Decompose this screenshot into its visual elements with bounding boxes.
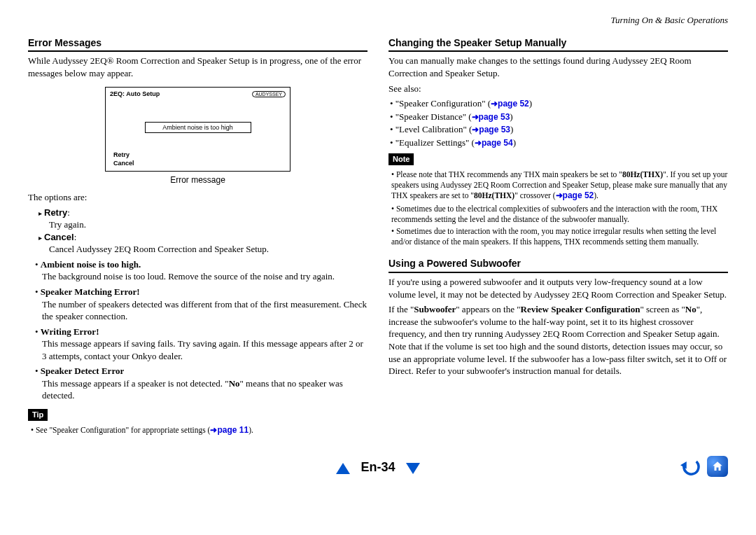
error-writing: • Writing Error! This message appears if…	[35, 326, 368, 363]
note-item-1: Please note that THX recommends any THX …	[391, 169, 728, 201]
heading-error-messages: Error Messages	[28, 36, 368, 53]
link-page-53b[interactable]: page 53	[472, 125, 510, 134]
audyssey-badge: AUDYSSEY	[252, 91, 286, 97]
error-speaker-matching-desc: The number of speakers detected was diff…	[42, 298, 368, 323]
option-cancel-desc: Cancel Audyssey 2EQ Room Correction and …	[49, 243, 368, 256]
heading-changing-speaker: Changing the Speaker Setup Manually	[388, 36, 728, 53]
error-writing-desc: This message appears if saving fails. Tr…	[42, 338, 368, 362]
option-retry: Retry: Try again.	[38, 207, 368, 231]
error-intro: While Audyssey 2EQ® Room Correction and …	[28, 55, 368, 79]
home-icon[interactable]	[707, 456, 728, 477]
error-speaker-matching: • Speaker Matching Error! The number of …	[35, 286, 368, 323]
link-page-52a[interactable]: page 52	[491, 99, 529, 109]
note-item-3: Sometimes due to interaction with the ro…	[391, 226, 728, 247]
error-speaker-detect: • Speaker Detect Error This message appe…	[35, 365, 368, 402]
link-page-53a[interactable]: page 53	[472, 112, 510, 122]
options-intro: The options are:	[28, 191, 368, 204]
nav-next-icon[interactable]	[406, 463, 420, 474]
right-column: Changing the Speaker Setup Manually You …	[388, 32, 728, 438]
link-page-54[interactable]: page 54	[475, 138, 513, 148]
diagram-caption: Error message	[28, 174, 368, 186]
heading-powered-subwoofer: Using a Powered Subwoofer	[388, 257, 728, 273]
diagram-message-box: Ambient noise is too high	[145, 122, 251, 133]
sub-p2: If the "Subwoofer" appears on the "Revie…	[388, 303, 728, 377]
page-number: En-34	[360, 459, 395, 475]
tip-item: See "Speaker Configuration" for appropri…	[31, 425, 368, 436]
nav-prev-icon[interactable]	[336, 463, 350, 474]
page-footer: En-34	[28, 459, 728, 475]
note-label: Note	[388, 153, 414, 165]
option-retry-desc: Try again.	[49, 218, 368, 231]
diagram-retry: Retry	[113, 151, 286, 159]
diagram-cancel: Cancel	[113, 159, 286, 167]
error-speaker-detect-desc: This message appears if a speaker is not…	[42, 377, 368, 402]
error-ambient-desc: The background noise is too loud. Remove…	[42, 270, 368, 283]
back-icon[interactable]	[680, 457, 700, 476]
ref-equalizer: • "Equalizer Settings" (page 54)	[390, 137, 728, 149]
sub-p1: If you're using a powered subwoofer and …	[388, 276, 728, 300]
link-page-11[interactable]: page 11	[210, 425, 248, 435]
note-item-2: Sometimes due to the electrical complexi…	[391, 204, 728, 225]
ref-speaker-distance: • "Speaker Distance" (page 53)	[390, 111, 728, 123]
error-ambient: • Ambient noise is too high. The backgro…	[35, 258, 368, 283]
header-section-label: Turning On & Basic Operations	[28, 14, 728, 27]
option-cancel: Cancel: Cancel Audyssey 2EQ Room Correct…	[38, 231, 368, 256]
link-page-52b[interactable]: page 52	[556, 190, 594, 200]
tip-label: Tip	[28, 409, 48, 421]
note-list: Please note that THX recommends any THX …	[388, 169, 728, 247]
left-column: Error Messages While Audyssey 2EQ® Room …	[28, 32, 368, 438]
change-intro: You can manually make changes to the set…	[388, 55, 728, 79]
ref-level-calibration: • "Level Calibration" (page 53)	[390, 123, 728, 136]
error-diagram: 2EQ: Auto Setup AUDYSSEY Ambient noise i…	[105, 87, 290, 172]
tip-list: See "Speaker Configuration" for appropri…	[28, 425, 368, 436]
see-also: See also:	[388, 83, 728, 95]
diagram-title: 2EQ: Auto Setup	[110, 91, 160, 97]
ref-speaker-config: • "Speaker Configuration" (page 52)	[390, 97, 728, 110]
